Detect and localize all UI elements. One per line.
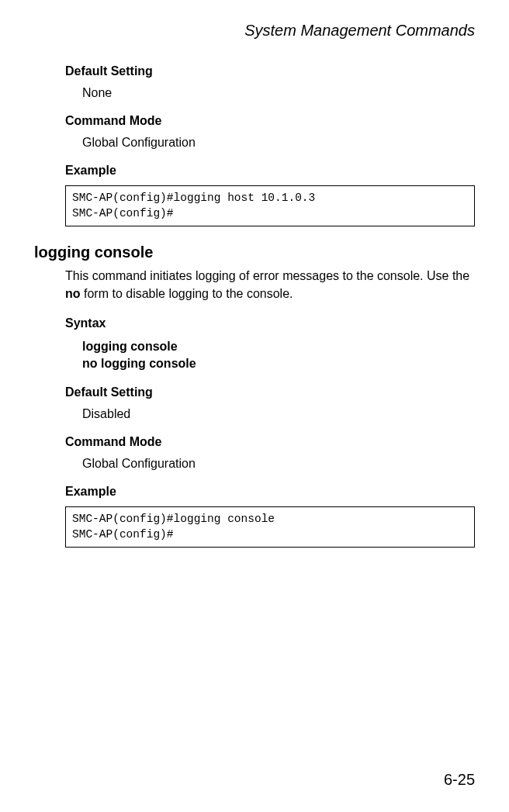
default-setting-value: None (82, 86, 475, 100)
command-mode-label-2: Command Mode (65, 435, 475, 449)
default-setting-label-2: Default Setting (65, 385, 475, 399)
description-post: form to disable logging to the console. (81, 287, 293, 300)
command-title: logging console (34, 244, 475, 261)
syntax-lines: logging console no logging console (82, 338, 475, 371)
page-number: 6-25 (444, 771, 475, 789)
syntax-line-1: logging console (82, 338, 475, 355)
description-pre: This command initiates logging of error … (65, 269, 469, 282)
example-code-block-2: SMC-AP(config)#logging console SMC-AP(co… (65, 506, 475, 548)
page-header-title: System Management Commands (34, 22, 475, 40)
command-description: This command initiates logging of error … (65, 268, 475, 302)
default-setting-value-2: Disabled (82, 407, 475, 421)
prior-command-section: Default Setting None Command Mode Global… (65, 64, 475, 226)
syntax-line-2: no logging console (82, 355, 475, 372)
command-mode-label: Command Mode (65, 114, 475, 128)
example-code-block: SMC-AP(config)#logging host 10.1.0.3 SMC… (65, 185, 475, 226)
command-mode-value: Global Configuration (82, 136, 475, 150)
example-label-2: Example (65, 485, 475, 499)
command-mode-value-2: Global Configuration (82, 457, 475, 471)
default-setting-label: Default Setting (65, 64, 475, 78)
syntax-label: Syntax (65, 316, 475, 330)
example-label: Example (65, 164, 475, 178)
description-bold: no (65, 287, 81, 300)
command-details-section: Syntax logging console no logging consol… (65, 316, 475, 548)
